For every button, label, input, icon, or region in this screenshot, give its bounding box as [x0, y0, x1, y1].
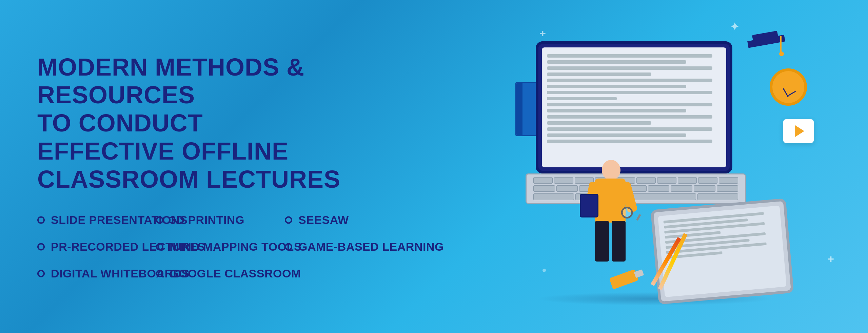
magnifier-handle — [636, 214, 641, 221]
screen-line — [547, 91, 712, 94]
clock-face — [770, 68, 807, 106]
key — [636, 177, 656, 184]
bullet-item-game-based-learning: GAME-BASED LEARNING — [285, 240, 414, 253]
figure-tablet — [580, 194, 598, 217]
laptop-icon — [536, 41, 756, 204]
screen-line — [547, 140, 712, 143]
cap-string — [780, 36, 782, 53]
figure-leg-right — [612, 221, 626, 262]
key — [717, 185, 738, 192]
book-spine — [516, 83, 522, 135]
clock-hand-minute — [788, 91, 796, 96]
screen-line — [547, 97, 617, 100]
screen-line — [547, 127, 712, 131]
screen-line — [547, 121, 651, 125]
student-figure — [583, 160, 637, 268]
bullet-circle — [156, 270, 163, 277]
usb-connector — [634, 269, 644, 278]
key — [648, 185, 670, 192]
key — [533, 177, 553, 184]
clock-icon — [770, 68, 807, 106]
figure-leg-left — [595, 221, 609, 262]
bullet-list: SLIDE PRESENTATIONS 3D PRINTING SEESAW P… — [37, 213, 414, 280]
key — [533, 193, 574, 200]
screen-line — [547, 103, 712, 106]
bullet-label-seesaw: SEESAW — [298, 213, 349, 227]
bullet-circle — [37, 216, 45, 224]
bullet-label-mind-mapping-tools: MIND MAPPING TOOLS — [170, 240, 302, 253]
right-illustration — [468, 14, 841, 319]
screen-line — [547, 79, 712, 82]
bullet-circle — [285, 243, 292, 250]
laptop-screen-inner — [542, 47, 726, 167]
bullet-label-game-based-learning: GAME-BASED LEARNING — [298, 240, 444, 253]
key — [554, 177, 573, 184]
bullet-item-mind-mapping-tools: MIND MAPPING TOOLS — [156, 240, 285, 253]
bullet-label-3d-printing: 3D PRINTING — [170, 213, 244, 227]
bullet-item-seesaw: SEESAW — [285, 213, 414, 227]
bullet-item-slide-presentations: SLIDE PRESENTATIONS — [37, 213, 156, 227]
figure-head — [602, 160, 620, 180]
figure-legs — [595, 221, 626, 262]
screen-line — [547, 60, 686, 64]
bullet-item-pr-recorded-lectures: PR-RECORDED LECTURES — [37, 240, 156, 253]
key — [671, 185, 692, 192]
bullet-item-digital-whiteboards: DIGITAL WHITEBOARDS — [37, 267, 156, 280]
key — [719, 177, 738, 184]
left-content: MODERN METHODS & RESOURCES TO CONDUCT EF… — [37, 53, 414, 280]
play-triangle-icon — [795, 125, 804, 137]
bullet-label-google-classroom: GOOGLE CLASSROOM — [170, 267, 301, 280]
title-line3: CLASSROOM LECTURES — [37, 165, 340, 192]
laptop-screen-outer — [536, 41, 732, 173]
key — [533, 185, 555, 192]
key — [698, 177, 717, 184]
title-line2: TO CONDUCT EFFECTIVE OFFLINE — [37, 109, 289, 165]
screen-line — [547, 72, 651, 76]
bullet-circle — [156, 243, 163, 250]
key — [678, 177, 697, 184]
laptop-screen-content — [542, 47, 726, 152]
cap-tassel — [779, 51, 784, 56]
bullet-item-3d-printing: 3D PRINTING — [156, 213, 285, 227]
bullet-circle — [156, 216, 163, 224]
main-title: MODERN METHODS & RESOURCES TO CONDUCT EF… — [37, 53, 342, 193]
bullet-item-google-classroom: GOOGLE CLASSROOM — [156, 267, 285, 280]
screen-line — [547, 115, 712, 119]
key — [556, 185, 578, 192]
key — [657, 177, 676, 184]
bullet-circle — [37, 243, 45, 250]
bullet-circle — [285, 216, 292, 224]
screen-line — [547, 133, 686, 137]
title-line1: MODERN METHODS & RESOURCES — [37, 53, 304, 108]
screen-line — [547, 54, 712, 58]
bullet-circle — [37, 270, 45, 277]
key — [694, 185, 715, 192]
screen-line — [547, 66, 712, 70]
main-container: + + ✦ + MODERN METHODS & RESOURCES TO CO… — [0, 0, 868, 333]
screen-line — [547, 85, 686, 88]
key — [697, 193, 738, 200]
usb-drive-icon — [609, 269, 638, 289]
play-button-card — [783, 119, 814, 143]
screen-line — [547, 109, 686, 112]
clock-hand-hour — [783, 88, 789, 97]
